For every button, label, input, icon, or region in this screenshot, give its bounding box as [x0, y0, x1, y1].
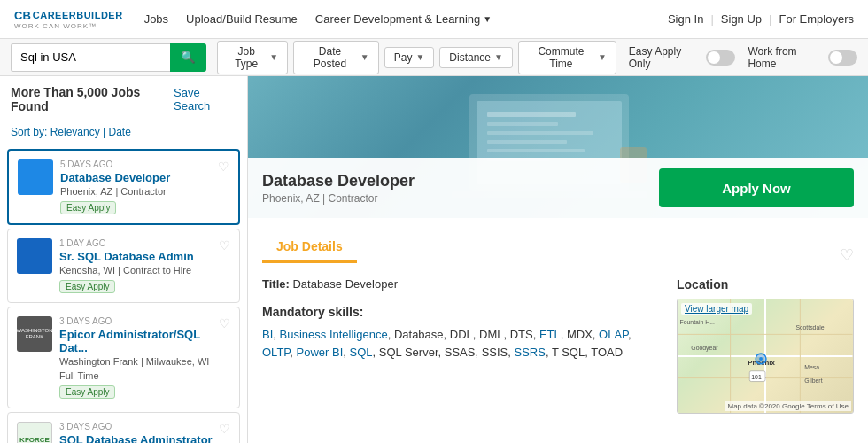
for-employers-link[interactable]: For Employers — [779, 12, 854, 26]
commute-time-filter[interactable]: Commute Time ▼ — [518, 41, 616, 74]
chevron-down-icon: ▼ — [598, 52, 607, 62]
company-logo — [17, 238, 52, 274]
skill-powerbi[interactable]: Power BI — [297, 346, 344, 359]
apply-now-button[interactable]: Apply Now — [659, 168, 854, 207]
job-type-filter[interactable]: Job Type ▼ — [217, 41, 288, 74]
logo: CB CAREERBUILDER WORK CAN WORK™ — [14, 9, 123, 30]
skill-business-intelligence[interactable]: Business Intelligence — [280, 328, 388, 341]
svg-rect-4 — [487, 131, 593, 135]
favorite-detail-icon[interactable]: ♡ — [840, 245, 854, 265]
pay-filter[interactable]: Pay ▼ — [384, 47, 435, 68]
sort-relevancy[interactable]: Sort by: Relevancy — [11, 126, 100, 138]
job-info: 5 DAYS AGO Database Developer Phoenix, A… — [60, 159, 229, 214]
separator2: | — [769, 12, 771, 26]
tab-job-details[interactable]: Job Details — [262, 232, 357, 263]
separator: | — [710, 12, 713, 26]
favorite-icon[interactable]: ♡ — [219, 316, 230, 330]
search-button[interactable]: 🔍 — [170, 43, 206, 72]
svg-text:Fountain H...: Fountain H... — [680, 319, 715, 325]
job-title: Sr. SQL Database Admin — [59, 250, 230, 263]
map-credit: Map data ©2020 Google Terms of Use — [725, 401, 852, 411]
skills-text: BI, Business Intelligence, Database, DDL… — [262, 326, 663, 361]
list-item[interactable]: KFORCE 3 DAYS AGO SQL Database Adminstra… — [7, 412, 240, 443]
easy-apply-label: Easy Apply Only — [629, 45, 701, 70]
svg-text:Goodyear: Goodyear — [691, 345, 718, 352]
work-from-home-toggle[interactable] — [828, 50, 857, 66]
skill-etl[interactable]: ETL — [539, 328, 561, 341]
favorite-icon[interactable]: ♡ — [219, 422, 230, 436]
view-larger-map-link[interactable]: View larger map — [681, 303, 752, 315]
job-age: 3 DAYS AGO — [59, 422, 230, 431]
skill-olap[interactable]: OLAP — [599, 328, 628, 341]
details-tabs: Job Details — [262, 232, 357, 263]
job-title: Database Developer — [60, 171, 229, 184]
job-hero-image: Database Developer Phoenix, AZ | Contrac… — [248, 76, 868, 218]
job-title: SQL Database Adminstrator — [59, 433, 230, 443]
sign-in-link[interactable]: Sign In — [668, 12, 703, 26]
job-hero-overlay: Database Developer Phoenix, AZ | Contrac… — [248, 158, 868, 218]
filters: Job Type ▼ Date Posted ▼ Pay ▼ Distance … — [217, 41, 857, 74]
nav-jobs[interactable]: Jobs — [144, 12, 168, 26]
job-details-body: Job Details ♡ Title: Database Developer … — [248, 218, 868, 428]
sign-up-link[interactable]: Sign Up — [721, 12, 762, 26]
list-item[interactable]: 1 DAY AGO Sr. SQL Database Admin Kenosha… — [7, 229, 240, 303]
skill-bi[interactable]: BI — [262, 328, 273, 341]
logo-tagline: WORK CAN WORK™ — [14, 22, 123, 30]
job-location: Phoenix, AZ | Contractor — [60, 186, 229, 197]
favorite-icon[interactable]: ♡ — [218, 159, 229, 174]
distance-filter[interactable]: Distance ▼ — [439, 47, 513, 68]
job-info: 1 DAY AGO Sr. SQL Database Admin Kenosha… — [59, 238, 230, 293]
skill-ssrs[interactable]: SSRS — [514, 346, 545, 359]
company-logo: KFORCE — [17, 422, 52, 443]
save-search-link[interactable]: Save Search — [174, 86, 236, 113]
location-panel: Location — [677, 277, 854, 414]
company-logo — [18, 159, 53, 195]
svg-text:Mesa: Mesa — [804, 364, 819, 370]
job-detail-panel: Database Developer Phoenix, AZ | Contrac… — [248, 76, 868, 443]
location-title: Location — [677, 277, 854, 291]
title-value: Database Developer — [292, 277, 398, 291]
date-posted-filter[interactable]: Date Posted ▼ — [293, 41, 379, 74]
nav-resume[interactable]: Upload/Build Resume — [186, 12, 298, 26]
job-age: 5 DAYS AGO — [60, 159, 229, 169]
details-header-row: Job Details ♡ — [262, 232, 854, 277]
svg-point-23 — [759, 357, 763, 361]
svg-rect-6 — [487, 149, 585, 152]
job-age: 1 DAY AGO — [59, 238, 230, 248]
easy-apply-badge: Easy Apply — [59, 385, 115, 399]
map-svg: Goodyear Scottsdale Mesa Phoenix Fountai… — [678, 299, 853, 413]
auth-links: Sign In | Sign Up | For Employers — [668, 12, 854, 26]
main-content: More Than 5,000 Jobs Found Save Search S… — [0, 76, 868, 443]
job-info: 3 DAYS AGO Epicor Administrator/SQL Dat.… — [59, 316, 230, 399]
svg-text:Scottsdale: Scottsdale — [795, 324, 824, 330]
work-from-home-label: Work from Home — [748, 45, 822, 70]
job-info: 3 DAYS AGO SQL Database Adminstrator Kfo… — [59, 422, 230, 443]
chevron-down-icon: ▼ — [415, 52, 424, 62]
company-logo: WASHINGTON FRANK — [17, 316, 52, 352]
title-field: Title: Database Developer — [262, 277, 663, 291]
details-main: Title: Database Developer Mandatory skil… — [262, 277, 663, 414]
skill-oltp[interactable]: OLTP — [262, 346, 290, 359]
chevron-down-icon: ▼ — [483, 14, 492, 24]
search-input[interactable] — [11, 43, 170, 72]
easy-apply-badge: Easy Apply — [60, 201, 116, 214]
job-age: 3 DAYS AGO — [59, 316, 230, 326]
chevron-down-icon: ▼ — [269, 52, 278, 62]
list-item[interactable]: 5 DAYS AGO Database Developer Phoenix, A… — [7, 149, 240, 225]
sort-bar: Sort by: Relevancy | Date — [0, 122, 247, 145]
easy-apply-toggle[interactable] — [706, 50, 735, 66]
job-location: Washington Frank | Milwaukee, WI — [59, 356, 230, 367]
nav-career[interactable]: Career Development & Learning ▼ — [315, 12, 492, 26]
svg-text:Gilbert: Gilbert — [804, 377, 822, 384]
job-list-panel: More Than 5,000 Jobs Found Save Search S… — [0, 76, 248, 443]
list-item[interactable]: WASHINGTON FRANK 3 DAYS AGO Epicor Admin… — [7, 307, 240, 408]
favorite-icon[interactable]: ♡ — [219, 238, 230, 253]
logo-cb-text: CB — [14, 9, 31, 22]
sort-date[interactable]: Date — [109, 126, 131, 138]
logo-name: CAREERBUILDER — [33, 10, 123, 20]
results-header: More Than 5,000 Jobs Found Save Search — [0, 76, 247, 122]
job-detail-location-type: Phoenix, AZ | Contractor — [262, 192, 415, 205]
job-hero-info: Database Developer Phoenix, AZ | Contrac… — [262, 172, 415, 205]
skill-sql[interactable]: SQL — [350, 346, 373, 359]
details-body: Title: Database Developer Mandatory skil… — [262, 277, 854, 414]
